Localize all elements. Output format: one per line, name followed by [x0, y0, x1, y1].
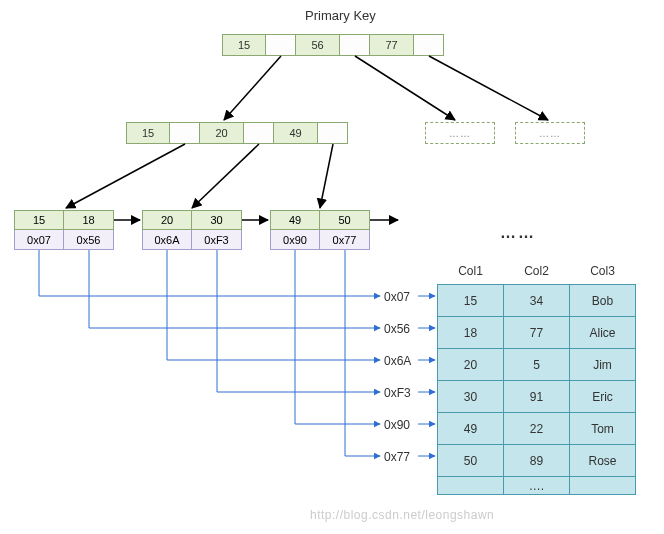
internal-ptr-2 [318, 122, 348, 144]
dashed-node-0: …… [425, 122, 495, 144]
ptr-label-0: 0x07 [384, 290, 410, 304]
leaf-1-key-1: 30 [192, 210, 242, 230]
cell: 50 [438, 445, 504, 477]
leaf-ellipsis: …… [500, 224, 536, 242]
cell: Alice [570, 317, 636, 349]
leaf-1-key-0: 20 [142, 210, 192, 230]
cell: …. [504, 477, 570, 495]
root-node: 15 56 77 [222, 34, 444, 56]
cell: 91 [504, 381, 570, 413]
leaf-0-ptr-0: 0x07 [14, 230, 64, 250]
col-header-2: Col3 [570, 258, 636, 285]
table-row: 50 89 Rose [438, 445, 636, 477]
dashed-node-1: …… [515, 122, 585, 144]
leaf-node-0: 15 18 0x07 0x56 [14, 210, 114, 250]
table-row: 49 22 Tom [438, 413, 636, 445]
leaf-1-ptr-0: 0x6A [142, 230, 192, 250]
table-row: 20 5 Jim [438, 349, 636, 381]
cell: Eric [570, 381, 636, 413]
table-row: 15 34 Bob [438, 285, 636, 317]
leaf-2-key-1: 50 [320, 210, 370, 230]
leaf-node-2: 49 50 0x90 0x77 [270, 210, 370, 250]
ptr-label-2: 0x6A [384, 354, 411, 368]
svg-line-0 [224, 56, 281, 120]
cell: 15 [438, 285, 504, 317]
cell: Bob [570, 285, 636, 317]
svg-line-2 [429, 56, 548, 120]
internal-node: 15 20 49 [126, 122, 348, 144]
cell: 89 [504, 445, 570, 477]
internal-ptr-1 [244, 122, 274, 144]
cell: 34 [504, 285, 570, 317]
table-row: 18 77 Alice [438, 317, 636, 349]
table-row: 30 91 Eric [438, 381, 636, 413]
svg-line-1 [355, 56, 455, 120]
leaf-1-ptr-1: 0xF3 [192, 230, 242, 250]
leaf-node-1: 20 30 0x6A 0xF3 [142, 210, 242, 250]
svg-line-4 [192, 144, 259, 208]
ptr-label-1: 0x56 [384, 322, 410, 336]
cell: 18 [438, 317, 504, 349]
cell: Rose [570, 445, 636, 477]
leaf-2-ptr-1: 0x77 [320, 230, 370, 250]
cell: 30 [438, 381, 504, 413]
root-key-1: 56 [296, 34, 340, 56]
ptr-label-5: 0x77 [384, 450, 410, 464]
internal-key-1: 20 [200, 122, 244, 144]
leaf-0-ptr-1: 0x56 [64, 230, 114, 250]
svg-line-5 [320, 144, 333, 208]
cell: Tom [570, 413, 636, 445]
svg-line-3 [66, 144, 185, 208]
diagram-title: Primary Key [305, 8, 376, 23]
cell: 22 [504, 413, 570, 445]
watermark: http://blog.csdn.net/leongshawn [310, 508, 494, 522]
cell: 77 [504, 317, 570, 349]
table-row-empty: …. [438, 477, 636, 495]
root-ptr-1 [340, 34, 370, 56]
ptr-label-3: 0xF3 [384, 386, 411, 400]
internal-ptr-0 [170, 122, 200, 144]
leaf-0-key-1: 18 [64, 210, 114, 230]
cell [570, 477, 636, 495]
col-header-0: Col1 [438, 258, 504, 285]
cell [438, 477, 504, 495]
root-key-0: 15 [222, 34, 266, 56]
internal-key-2: 49 [274, 122, 318, 144]
leaf-2-key-0: 49 [270, 210, 320, 230]
data-table: Col1 Col2 Col3 15 34 Bob 18 77 Alice 20 … [437, 258, 636, 495]
leaf-0-key-0: 15 [14, 210, 64, 230]
ptr-label-4: 0x90 [384, 418, 410, 432]
cell: 5 [504, 349, 570, 381]
internal-key-0: 15 [126, 122, 170, 144]
root-key-2: 77 [370, 34, 414, 56]
leaf-2-ptr-0: 0x90 [270, 230, 320, 250]
root-ptr-0 [266, 34, 296, 56]
cell: 49 [438, 413, 504, 445]
cell: 20 [438, 349, 504, 381]
col-header-1: Col2 [504, 258, 570, 285]
cell: Jim [570, 349, 636, 381]
root-ptr-2 [414, 34, 444, 56]
